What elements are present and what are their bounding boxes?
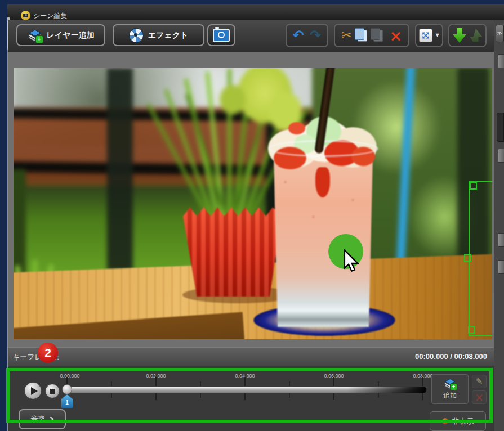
timecode: 00:00.000 / 00:08.000 xyxy=(415,352,487,361)
timeline-track[interactable] xyxy=(66,387,427,393)
fit-group: ▼ xyxy=(415,24,443,47)
tick-label: 0:00.000 xyxy=(53,373,86,379)
photo-shape-speckle xyxy=(284,181,287,183)
side-panel xyxy=(494,20,504,431)
mouse-cursor xyxy=(344,249,359,273)
redo-icon[interactable]: ↷ xyxy=(310,29,321,42)
stop-icon xyxy=(50,389,55,394)
add-layer-button[interactable]: + レイヤー追加 xyxy=(16,24,105,46)
undo-redo-group: ↶ ↷ xyxy=(286,24,328,47)
side-panel-tab[interactable] xyxy=(498,260,504,274)
side-panel-recess xyxy=(497,113,504,142)
music-button[interactable]: 音楽 > xyxy=(19,409,66,429)
ruler-tick-minor xyxy=(200,393,201,398)
ruler-tick-minor xyxy=(289,393,290,398)
screen: シーン編集 + レイヤー追加 エフェクト ↶ ↷ ✂ × ▼ xyxy=(0,0,504,431)
collapse-icon: ≫ xyxy=(497,31,502,36)
plant-pot xyxy=(183,205,282,297)
music-label: 音楽 xyxy=(30,414,45,424)
window-title: シーン編集 xyxy=(33,11,68,21)
photo-shape-speckle xyxy=(312,216,315,218)
effect-button[interactable]: エフェクト xyxy=(113,24,204,46)
app-camera-icon xyxy=(21,11,30,20)
syrup-drip xyxy=(315,167,330,197)
ruler-tick-minor xyxy=(289,381,290,386)
move-down-icon[interactable] xyxy=(453,28,466,43)
fit-dropdown-caret[interactable]: ▼ xyxy=(436,33,439,38)
ruler-tick-minor xyxy=(378,381,379,386)
add-layer-label: レイヤー追加 xyxy=(47,30,95,41)
ruler-tick-minor xyxy=(111,381,112,386)
delete-icon[interactable]: × xyxy=(389,28,402,43)
photo-foreground xyxy=(14,68,492,339)
snapshot-button[interactable] xyxy=(207,24,235,46)
side-panel-tab[interactable] xyxy=(498,54,504,68)
hide-label: 非表示 xyxy=(452,416,474,426)
layer-selection-rect[interactable] xyxy=(469,181,492,336)
playhead-thumb[interactable] xyxy=(62,384,72,394)
cut-icon[interactable]: ✂ xyxy=(341,29,351,42)
edit-group: ✂ × xyxy=(334,24,409,47)
add-keyframe-label: 追加 xyxy=(443,391,457,401)
move-up-icon[interactable] xyxy=(470,29,482,42)
camera-icon xyxy=(213,29,230,42)
ruler-tick-minor xyxy=(378,393,379,398)
photo-shape-speckle xyxy=(351,199,354,201)
layers-icon: + xyxy=(444,378,456,390)
play-icon xyxy=(31,387,38,395)
video-preview[interactable] xyxy=(14,68,492,339)
annotation-step-badge: 2 xyxy=(38,343,58,363)
side-panel-tab[interactable] xyxy=(498,149,504,163)
ruler-tick xyxy=(422,393,423,400)
ruler-tick xyxy=(155,393,157,400)
window-titlebar[interactable]: シーン編集 xyxy=(7,4,504,21)
hide-button[interactable]: 非表示 xyxy=(430,411,486,431)
ruler-tick xyxy=(244,393,246,400)
selection-handle-bottom[interactable] xyxy=(468,326,475,334)
keyframe-bar: キーフレーム: 00:00.000 / 00:08.000 xyxy=(8,347,494,367)
ruler-tick xyxy=(333,393,334,400)
plus-icon: + xyxy=(450,383,457,390)
layers-icon: + xyxy=(28,28,42,43)
stop-button[interactable] xyxy=(45,384,60,398)
pencil-icon: ✎ xyxy=(476,378,483,386)
delete-small-icon: × xyxy=(475,392,484,403)
selection-handle-middle[interactable] xyxy=(464,254,471,262)
add-keyframe-button[interactable]: + 追加 xyxy=(431,374,469,404)
ruler-tick-minor xyxy=(111,393,112,398)
plus-icon: + xyxy=(35,35,43,43)
delete-keyframe-button[interactable]: × xyxy=(472,390,487,404)
strawberry-syrup xyxy=(288,122,305,134)
ruler-tick xyxy=(422,377,423,386)
play-button[interactable] xyxy=(24,382,42,399)
effect-label: エフェクト xyxy=(148,30,189,41)
arrow-group xyxy=(448,24,487,47)
effect-pinwheel-icon xyxy=(129,28,144,43)
hide-dot-icon xyxy=(442,418,448,424)
side-panel-tab[interactable] xyxy=(498,233,504,247)
ruler-tick xyxy=(333,377,334,386)
panel-collapse-button[interactable]: ≫ xyxy=(496,25,504,42)
ruler-tick-minor xyxy=(200,381,201,386)
fit-screen-icon[interactable] xyxy=(419,29,432,42)
paste-icon[interactable] xyxy=(373,30,383,42)
copy-icon[interactable] xyxy=(358,30,367,42)
undo-icon[interactable]: ↶ xyxy=(293,29,304,42)
ruler-tick xyxy=(244,377,246,386)
ruler-tick xyxy=(155,377,157,386)
edit-keyframe-button[interactable]: ✎ xyxy=(472,375,487,388)
selection-handle-top[interactable] xyxy=(470,182,477,190)
music-arrow-icon: > xyxy=(50,415,53,423)
